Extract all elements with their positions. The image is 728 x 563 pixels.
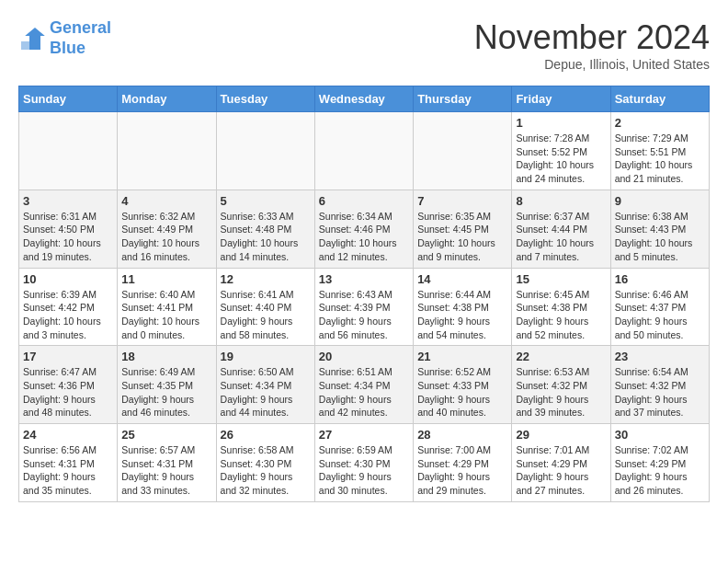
day-header-tuesday: Tuesday	[216, 86, 314, 112]
logo-text: General Blue	[50, 18, 111, 58]
day-info: Sunrise: 6:56 AM Sunset: 4:31 PM Dayligh…	[23, 443, 113, 498]
title-area: November 2024 Depue, Illinois, United St…	[474, 18, 710, 72]
calendar-week-4: 17Sunrise: 6:47 AM Sunset: 4:36 PM Dayli…	[19, 346, 710, 424]
header: General Blue November 2024 Depue, Illino…	[18, 18, 710, 72]
day-info: Sunrise: 6:32 AM Sunset: 4:49 PM Dayligh…	[121, 210, 211, 264]
calendar-cell: 12Sunrise: 6:41 AM Sunset: 4:40 PM Dayli…	[216, 268, 314, 346]
day-info: Sunrise: 6:50 AM Sunset: 4:34 PM Dayligh…	[221, 365, 311, 419]
calendar-week-5: 24Sunrise: 6:56 AM Sunset: 4:31 PM Dayli…	[19, 424, 710, 502]
calendar-cell: 7Sunrise: 6:35 AM Sunset: 4:45 PM Daylig…	[414, 190, 512, 268]
logo-line1: General	[50, 18, 111, 37]
day-info: Sunrise: 6:58 AM Sunset: 4:30 PM Dayligh…	[221, 443, 311, 498]
logo-icon	[18, 25, 46, 52]
calendar-cell	[414, 112, 512, 190]
day-info: Sunrise: 6:43 AM Sunset: 4:39 PM Dayligh…	[319, 288, 409, 342]
day-number: 2	[615, 116, 705, 130]
calendar-week-1: 1Sunrise: 7:28 AM Sunset: 5:52 PM Daylig…	[19, 112, 710, 190]
calendar-cell: 15Sunrise: 6:45 AM Sunset: 4:38 PM Dayli…	[512, 268, 610, 346]
day-info: Sunrise: 6:39 AM Sunset: 4:42 PM Dayligh…	[23, 288, 113, 342]
day-info: Sunrise: 6:54 AM Sunset: 4:32 PM Dayligh…	[615, 365, 705, 419]
day-info: Sunrise: 6:34 AM Sunset: 4:46 PM Dayligh…	[319, 210, 409, 264]
location: Depue, Illinois, United States	[474, 57, 710, 72]
calendar-cell: 21Sunrise: 6:52 AM Sunset: 4:33 PM Dayli…	[414, 346, 512, 424]
day-info: Sunrise: 6:37 AM Sunset: 4:44 PM Dayligh…	[516, 210, 606, 264]
day-info: Sunrise: 6:35 AM Sunset: 4:45 PM Dayligh…	[417, 210, 507, 264]
calendar-cell: 3Sunrise: 6:31 AM Sunset: 4:50 PM Daylig…	[19, 190, 118, 268]
calendar-header-row: SundayMondayTuesdayWednesdayThursdayFrid…	[19, 86, 710, 112]
calendar-cell	[216, 112, 314, 190]
calendar-cell: 13Sunrise: 6:43 AM Sunset: 4:39 PM Dayli…	[314, 268, 413, 346]
calendar-cell: 19Sunrise: 6:50 AM Sunset: 4:34 PM Dayli…	[216, 346, 314, 424]
day-header-wednesday: Wednesday	[314, 86, 413, 112]
day-info: Sunrise: 6:38 AM Sunset: 4:43 PM Dayligh…	[615, 210, 705, 264]
day-number: 11	[121, 272, 211, 286]
day-info: Sunrise: 6:31 AM Sunset: 4:50 PM Dayligh…	[23, 210, 113, 264]
calendar-cell: 17Sunrise: 6:47 AM Sunset: 4:36 PM Dayli…	[19, 346, 118, 424]
calendar-cell: 22Sunrise: 6:53 AM Sunset: 4:32 PM Dayli…	[512, 346, 610, 424]
day-number: 17	[23, 350, 113, 363]
day-info: Sunrise: 7:28 AM Sunset: 5:52 PM Dayligh…	[516, 132, 606, 186]
day-info: Sunrise: 6:44 AM Sunset: 4:38 PM Dayligh…	[417, 288, 507, 342]
day-info: Sunrise: 7:02 AM Sunset: 4:29 PM Dayligh…	[615, 443, 705, 498]
calendar-cell: 8Sunrise: 6:37 AM Sunset: 4:44 PM Daylig…	[512, 190, 610, 268]
calendar-cell: 14Sunrise: 6:44 AM Sunset: 4:38 PM Dayli…	[414, 268, 512, 346]
day-number: 28	[417, 428, 507, 442]
day-info: Sunrise: 6:59 AM Sunset: 4:30 PM Dayligh…	[319, 443, 409, 498]
day-header-monday: Monday	[118, 86, 216, 112]
month-title: November 2024	[474, 18, 710, 57]
calendar-cell: 1Sunrise: 7:28 AM Sunset: 5:52 PM Daylig…	[512, 112, 610, 190]
logo-line2: Blue	[50, 39, 85, 57]
day-number: 24	[23, 428, 113, 442]
day-info: Sunrise: 6:53 AM Sunset: 4:32 PM Dayligh…	[516, 365, 606, 419]
calendar-cell: 16Sunrise: 6:46 AM Sunset: 4:37 PM Dayli…	[610, 268, 709, 346]
calendar-cell	[118, 112, 216, 190]
day-number: 12	[221, 272, 311, 286]
page: General Blue November 2024 Depue, Illino…	[0, 0, 728, 521]
calendar-cell: 28Sunrise: 7:00 AM Sunset: 4:29 PM Dayli…	[414, 424, 512, 502]
day-header-friday: Friday	[512, 86, 610, 112]
calendar-cell: 23Sunrise: 6:54 AM Sunset: 4:32 PM Dayli…	[610, 346, 709, 424]
day-number: 6	[319, 194, 409, 208]
day-number: 22	[516, 350, 606, 363]
day-info: Sunrise: 6:47 AM Sunset: 4:36 PM Dayligh…	[23, 365, 113, 419]
day-number: 21	[417, 350, 507, 363]
day-number: 15	[516, 272, 606, 286]
day-info: Sunrise: 6:41 AM Sunset: 4:40 PM Dayligh…	[221, 288, 311, 342]
calendar-table: SundayMondayTuesdayWednesdayThursdayFrid…	[18, 86, 710, 502]
calendar-cell: 18Sunrise: 6:49 AM Sunset: 4:35 PM Dayli…	[118, 346, 216, 424]
calendar-cell: 10Sunrise: 6:39 AM Sunset: 4:42 PM Dayli…	[19, 268, 118, 346]
day-number: 3	[23, 194, 113, 208]
day-number: 1	[516, 116, 606, 130]
day-info: Sunrise: 6:57 AM Sunset: 4:31 PM Dayligh…	[121, 443, 211, 498]
day-info: Sunrise: 6:49 AM Sunset: 4:35 PM Dayligh…	[121, 365, 211, 419]
calendar-week-3: 10Sunrise: 6:39 AM Sunset: 4:42 PM Dayli…	[19, 268, 710, 346]
calendar-cell: 29Sunrise: 7:01 AM Sunset: 4:29 PM Dayli…	[512, 424, 610, 502]
day-number: 4	[121, 194, 211, 208]
calendar-cell: 9Sunrise: 6:38 AM Sunset: 4:43 PM Daylig…	[610, 190, 709, 268]
day-number: 10	[23, 272, 113, 286]
calendar-cell: 4Sunrise: 6:32 AM Sunset: 4:49 PM Daylig…	[118, 190, 216, 268]
calendar-cell: 30Sunrise: 7:02 AM Sunset: 4:29 PM Dayli…	[610, 424, 709, 502]
calendar-cell: 24Sunrise: 6:56 AM Sunset: 4:31 PM Dayli…	[19, 424, 118, 502]
day-number: 9	[615, 194, 705, 208]
calendar-cell: 26Sunrise: 6:58 AM Sunset: 4:30 PM Dayli…	[216, 424, 314, 502]
day-number: 26	[221, 428, 311, 442]
day-number: 25	[121, 428, 211, 442]
calendar-cell: 25Sunrise: 6:57 AM Sunset: 4:31 PM Dayli…	[118, 424, 216, 502]
day-info: Sunrise: 6:51 AM Sunset: 4:34 PM Dayligh…	[319, 365, 409, 419]
calendar-week-2: 3Sunrise: 6:31 AM Sunset: 4:50 PM Daylig…	[19, 190, 710, 268]
logo: General Blue	[18, 18, 111, 58]
day-number: 27	[319, 428, 409, 442]
calendar-cell: 20Sunrise: 6:51 AM Sunset: 4:34 PM Dayli…	[314, 346, 413, 424]
day-header-thursday: Thursday	[414, 86, 512, 112]
day-number: 8	[516, 194, 606, 208]
day-number: 19	[221, 350, 311, 363]
day-number: 23	[615, 350, 705, 363]
day-number: 30	[615, 428, 705, 442]
day-info: Sunrise: 6:40 AM Sunset: 4:41 PM Dayligh…	[121, 288, 211, 342]
calendar-cell: 11Sunrise: 6:40 AM Sunset: 4:41 PM Dayli…	[118, 268, 216, 346]
day-info: Sunrise: 6:52 AM Sunset: 4:33 PM Dayligh…	[417, 365, 507, 419]
day-info: Sunrise: 6:45 AM Sunset: 4:38 PM Dayligh…	[516, 288, 606, 342]
day-number: 7	[417, 194, 507, 208]
day-number: 29	[516, 428, 606, 442]
